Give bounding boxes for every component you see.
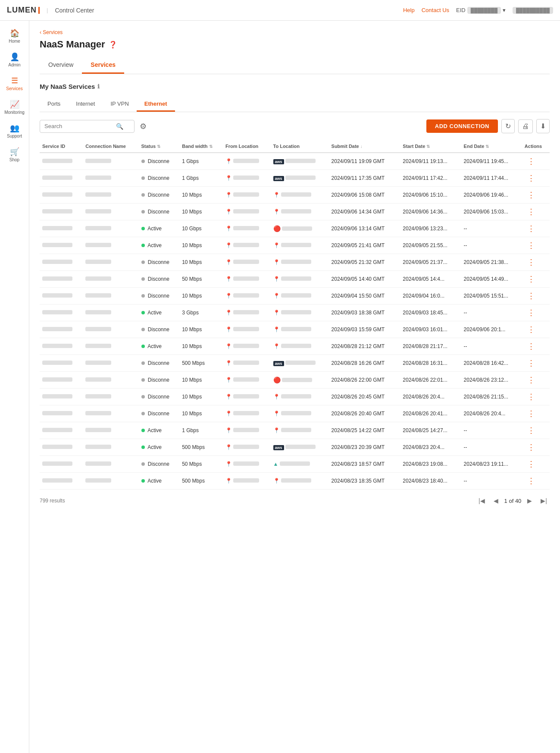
connection-name-value — [85, 428, 111, 432]
actions-cell: ⋮ — [522, 237, 550, 254]
col-bandwidth[interactable]: Band width ⇅ — [179, 140, 223, 153]
breadcrumb[interactable]: Services — [40, 29, 550, 35]
pagination: 799 results |◀ ◀ 1 of 40 ▶ ▶| — [40, 496, 550, 505]
status-text: Disconne — [148, 461, 169, 467]
search-input[interactable] — [44, 123, 113, 129]
status-dot — [141, 345, 145, 348]
service-id-value — [42, 276, 72, 281]
first-page-btn[interactable]: |◀ — [476, 496, 488, 505]
actions-menu-btn[interactable]: ⋮ — [525, 425, 538, 436]
refresh-button[interactable]: ↻ — [501, 119, 515, 133]
sub-tab-internet[interactable]: Internet — [68, 97, 103, 112]
help-link[interactable]: Help — [403, 7, 415, 13]
table-row: Active 3 Gbps 📍 📍 2024/09/03 18:38 GMT 2… — [40, 304, 550, 321]
last-page-btn[interactable]: ▶| — [538, 496, 550, 505]
section-info-icon[interactable]: ℹ — [97, 83, 100, 90]
download-button[interactable]: ⬇ — [536, 119, 550, 133]
to-location-value — [281, 293, 311, 298]
print-button[interactable]: 🖨 — [518, 119, 533, 133]
to-location-value — [281, 243, 311, 247]
to-location-cell: aws — [271, 439, 329, 456]
tab-overview[interactable]: Overview — [40, 57, 82, 74]
actions-menu-btn[interactable]: ⋮ — [525, 240, 538, 251]
sub-tab-ports[interactable]: Ports — [40, 97, 68, 112]
actions-menu-btn[interactable]: ⋮ — [525, 324, 538, 335]
service-id-cell — [40, 237, 83, 254]
support-icon: 👥 — [10, 123, 19, 133]
col-end-date[interactable]: End Date ⇅ — [461, 140, 522, 153]
actions-menu-btn[interactable]: ⋮ — [525, 190, 538, 200]
connection-name-value — [85, 276, 111, 281]
from-pin-icon: 📍 — [225, 293, 232, 299]
actions-menu-btn[interactable]: ⋮ — [525, 476, 538, 486]
start-date-cell: 2024/09/04 16:0... — [400, 288, 461, 304]
end-date-cell: -- — [461, 220, 522, 237]
filter-icon[interactable]: ⚙ — [138, 120, 148, 133]
to-location-cell: 📍 — [271, 237, 329, 254]
to-location-value — [281, 310, 311, 314]
sub-tab-ethernet[interactable]: Ethernet — [137, 97, 175, 112]
actions-menu-btn[interactable]: ⋮ — [525, 156, 538, 166]
actions-menu-btn[interactable]: ⋮ — [525, 442, 538, 452]
actions-menu-btn[interactable]: ⋮ — [525, 392, 538, 402]
actions-menu-btn[interactable]: ⋮ — [525, 341, 538, 351]
actions-menu-btn[interactable]: ⋮ — [525, 307, 538, 318]
status-text: Disconne — [148, 175, 169, 181]
status-cell: Active — [139, 439, 180, 456]
actions-menu-btn[interactable]: ⋮ — [525, 408, 538, 419]
actions-menu-btn[interactable]: ⋮ — [525, 459, 538, 469]
pin-icon: 📍 — [273, 242, 280, 248]
status-text: Active — [147, 343, 162, 349]
table-row: Active 10 Mbps 📍 📍 2024/09/05 21:41 GMT … — [40, 237, 550, 254]
from-location-value — [233, 394, 259, 398]
connection-name-cell — [83, 355, 138, 372]
from-pin-icon: 📍 — [225, 242, 232, 248]
service-id-value — [42, 226, 72, 230]
sub-tab-ipvpn[interactable]: IP VPN — [103, 97, 136, 112]
from-location-cell: 📍 — [223, 439, 271, 456]
to-location-cell: 📍 — [271, 187, 329, 204]
help-tooltip-icon[interactable]: ❓ — [109, 41, 117, 49]
end-date-cell: -- — [461, 304, 522, 321]
next-page-btn[interactable]: ▶ — [525, 496, 535, 505]
sidebar-item-admin[interactable]: 👤 Admin — [0, 48, 29, 72]
start-date-cell: 2024/09/11 19:13... — [400, 153, 461, 170]
sidebar-item-shop[interactable]: 🛒 Shop — [0, 143, 29, 166]
actions-menu-btn[interactable]: ⋮ — [525, 291, 538, 301]
actions-menu-btn[interactable]: ⋮ — [525, 173, 538, 183]
sidebar-item-home[interactable]: 🏠 Home — [0, 24, 29, 48]
actions-cell: ⋮ — [522, 473, 550, 489]
prev-page-btn[interactable]: ◀ — [491, 496, 501, 505]
service-id-cell — [40, 338, 83, 355]
actions-menu-btn[interactable]: ⋮ — [525, 257, 538, 267]
eid-selector[interactable]: EID ████████ ▾ — [456, 7, 506, 14]
actions-menu-btn[interactable]: ⋮ — [525, 207, 538, 217]
pin-icon: 📍 — [273, 343, 280, 349]
col-start-date[interactable]: Start Date ⇅ — [400, 140, 461, 153]
tab-services[interactable]: Services — [82, 57, 124, 74]
actions-menu-btn[interactable]: ⋮ — [525, 358, 538, 368]
page-title: NaaS Manager — [40, 39, 105, 50]
from-location-cell: 📍 — [223, 288, 271, 304]
col-status[interactable]: Status ⇅ — [139, 140, 180, 153]
actions-menu-btn[interactable]: ⋮ — [525, 223, 538, 234]
sidebar-item-support[interactable]: 👥 Support — [0, 119, 29, 143]
actions-cell: ⋮ — [522, 170, 550, 187]
pin-icon: 📍 — [273, 293, 280, 299]
actions-menu-btn[interactable]: ⋮ — [525, 274, 538, 284]
actions-menu-btn[interactable]: ⋮ — [525, 375, 538, 385]
service-id-value — [42, 344, 72, 348]
sidebar-item-monitoring[interactable]: 📈 Monitoring — [0, 95, 29, 119]
col-connection-name: Connection Name — [83, 140, 138, 153]
pin-icon: 📍 — [273, 411, 280, 417]
sidebar-item-services[interactable]: ☰ Services — [0, 72, 29, 95]
contact-link[interactable]: Contact Us — [422, 7, 449, 13]
add-connection-button[interactable]: ADD CONNECTION — [426, 119, 498, 133]
search-icon[interactable]: 🔍 — [116, 123, 123, 130]
special-icon: 🔴 — [273, 225, 281, 232]
actions-cell: ⋮ — [522, 422, 550, 439]
to-location-value — [281, 411, 311, 415]
col-submit-date[interactable]: Submit Date ↓ — [329, 140, 400, 153]
from-location-value — [233, 293, 259, 298]
bandwidth-cell: 50 Mbps — [179, 271, 223, 288]
